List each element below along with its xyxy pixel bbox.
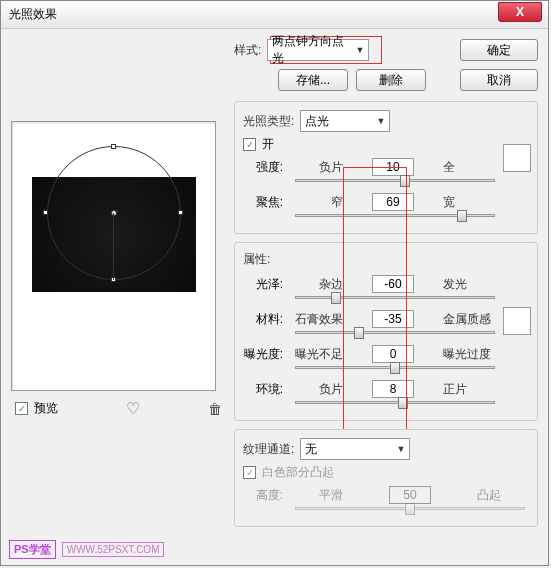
height-label: 高度: xyxy=(243,487,287,504)
light-on-checkbox[interactable]: ✓ xyxy=(243,138,256,151)
light-type-group: 光照类型: 点光 ▼ ✓ 开 强度: 负片 10 全 xyxy=(234,101,538,234)
delete-button[interactable]: 删除 xyxy=(356,69,426,91)
light-handle[interactable] xyxy=(43,210,48,215)
focus-slider[interactable] xyxy=(295,214,495,217)
light-handle[interactable] xyxy=(111,144,116,149)
material-slider[interactable] xyxy=(295,331,495,334)
preview-checkbox[interactable]: ✓ xyxy=(15,402,28,415)
light-direction-line xyxy=(113,213,114,280)
close-button[interactable]: X xyxy=(498,2,542,22)
ambience-slider[interactable] xyxy=(295,401,495,404)
close-icon: X xyxy=(516,5,524,19)
ok-button[interactable]: 确定 xyxy=(460,39,538,61)
focus-input[interactable]: 69 xyxy=(372,193,414,211)
ambience-label: 环境: xyxy=(243,381,287,398)
exposure-input[interactable]: 0 xyxy=(372,345,414,363)
titlebar: 光照效果 X xyxy=(1,1,548,29)
window-title: 光照效果 xyxy=(9,6,57,23)
light-on-label: 开 xyxy=(262,136,274,153)
gloss-input[interactable]: -60 xyxy=(372,275,414,293)
light-center[interactable] xyxy=(111,210,117,216)
trash-icon[interactable]: 🗑 xyxy=(208,401,222,417)
preview-label: 预览 xyxy=(34,400,58,417)
exposure-slider[interactable] xyxy=(295,366,495,369)
style-value: 两点钟方向点光 xyxy=(272,33,355,67)
light-type-label: 光照类型: xyxy=(243,113,294,130)
lightbulb-icon[interactable]: ♡ xyxy=(126,399,140,418)
light-type-select[interactable]: 点光 ▼ xyxy=(300,110,390,132)
chevron-down-icon: ▼ xyxy=(376,116,385,126)
material-label: 材料: xyxy=(243,311,287,328)
props-header: 属性: xyxy=(243,252,270,266)
white-high-label: 白色部分凸起 xyxy=(262,464,334,481)
preview-canvas[interactable] xyxy=(11,121,216,391)
ambience-input[interactable]: 8 xyxy=(372,380,414,398)
gloss-slider[interactable] xyxy=(295,296,495,299)
light-handle[interactable] xyxy=(178,210,183,215)
height-input: 50 xyxy=(389,486,431,504)
intensity-input[interactable]: 10 xyxy=(372,158,414,176)
style-select[interactable]: 两点钟方向点光 ▼ xyxy=(267,39,369,61)
texture-group: 纹理通道: 无 ▼ ✓ 白色部分凸起 高度: 平滑 50 凸起 xyxy=(234,429,538,527)
intensity-label: 强度: xyxy=(243,159,287,176)
chevron-down-icon: ▼ xyxy=(396,444,405,454)
watermark: PS学堂 WWW.52PSXT.COM xyxy=(9,540,164,559)
chevron-down-icon: ▼ xyxy=(355,45,364,55)
texture-label: 纹理通道: xyxy=(243,441,294,458)
texture-select[interactable]: 无 ▼ xyxy=(300,438,410,460)
intensity-slider[interactable] xyxy=(295,179,495,182)
cancel-button[interactable]: 取消 xyxy=(460,69,538,91)
gloss-label: 光泽: xyxy=(243,276,287,293)
white-high-checkbox: ✓ xyxy=(243,466,256,479)
style-label: 样式: xyxy=(234,42,261,59)
properties-group: 属性: 光泽: 杂边 -60 发光 材料: 石膏效果 -35 金属质感 xyxy=(234,242,538,421)
height-slider xyxy=(295,507,525,510)
exposure-label: 曝光度: xyxy=(243,346,287,363)
focus-label: 聚焦: xyxy=(243,194,287,211)
save-button[interactable]: 存储... xyxy=(278,69,348,91)
material-input[interactable]: -35 xyxy=(372,310,414,328)
